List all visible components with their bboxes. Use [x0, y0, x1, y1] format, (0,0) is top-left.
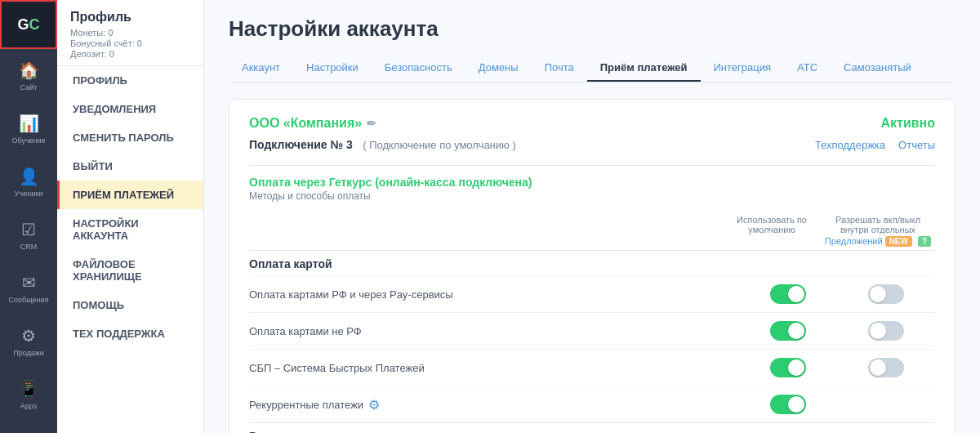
rf-cards-toggle2[interactable] — [868, 284, 904, 304]
sidebar-item-apps[interactable]: 📱 Apps — [0, 368, 57, 421]
status-badge: Активно — [880, 116, 935, 131]
chart-icon: 📊 — [19, 114, 39, 133]
category-installment: Рассрочки и кредиты — [249, 422, 935, 433]
tab-ats[interactable]: АТС — [784, 55, 831, 82]
connection-info: Подключение № 3 ( Подключение по умолчан… — [249, 137, 516, 152]
non-rf-cards-toggle2[interactable] — [868, 321, 904, 341]
tab-settings[interactable]: Настройки — [293, 55, 372, 82]
recurrent-gear-icon[interactable]: ⚙ — [368, 397, 380, 413]
stat-bonus: Бонусный счёт: 0 — [70, 38, 190, 48]
sbp-toggle1[interactable] — [770, 358, 806, 377]
non-rf-cards-toggles — [739, 321, 935, 341]
main-content: Настройки аккаунта Аккаунт Настройки Без… — [204, 0, 980, 433]
category-card: Оплата картой — [249, 250, 935, 275]
payment-row-recurrent: Рекуррентные платежи ⚙ — [249, 386, 935, 422]
menu-item-help[interactable]: ПОМОЩЬ — [57, 291, 203, 319]
user-icon: 👤 — [19, 167, 39, 186]
check-icon: ☑ — [21, 220, 36, 239]
tab-integration[interactable]: Интеграция — [701, 55, 785, 82]
menu-item-tech-support[interactable]: ТЕХ ПОДДЕРЖКА — [57, 319, 203, 348]
payment-row-rf-cards: Оплата картами РФ и через Pay-сервисы — [249, 275, 935, 312]
menu-item-profile[interactable]: ПРОФИЛЬ — [57, 66, 203, 95]
apps-icon: 📱 — [19, 379, 39, 399]
content-area: ООО «Компания» ✏ Активно Подключение № 3… — [204, 99, 980, 433]
page-title: Настройки аккаунта — [229, 16, 956, 42]
tab-domains[interactable]: Домены — [466, 55, 532, 82]
col-header-default: Использовать по умолчанию — [723, 215, 821, 247]
non-rf-cards-toggle1[interactable] — [770, 321, 806, 341]
sidebar-item-students[interactable]: 👤 Ученики — [0, 155, 57, 208]
rf-cards-toggle1[interactable] — [770, 284, 806, 304]
connection-row: Подключение № 3 ( Подключение по умолчан… — [249, 137, 935, 152]
dropdown-panel: Профиль Монеты: 0 Бонусный счёт: 0 Депоз… — [57, 0, 204, 433]
gear-icon: ⚙ — [21, 326, 36, 346]
sidebar-item-site[interactable]: 🏠 Сайт — [0, 49, 57, 102]
sidebar-item-learning[interactable]: 📊 Обучение — [0, 102, 57, 155]
card-header: ООО «Компания» ✏ Активно — [249, 116, 935, 131]
stat-deposit: Депозит: 0 — [70, 49, 190, 59]
menu-item-payments[interactable]: ПРИЁМ ПЛАТЕЖЕЙ — [57, 181, 203, 209]
divider — [249, 165, 935, 166]
column-headers: Использовать по умолчанию Разрешать вкл/… — [249, 215, 935, 247]
recurrent-label: Рекуррентные платежи ⚙ — [249, 397, 380, 413]
sidebar-item-messages[interactable]: ✉ Сообщения — [0, 261, 57, 315]
dropdown-stats: Монеты: 0 Бонусный счёт: 0 Депозит: 0 — [70, 28, 190, 59]
sbp-toggles — [739, 358, 935, 377]
payment-row-non-rf-cards: Оплата картами не РФ — [249, 312, 935, 349]
page-header: Настройки аккаунта Аккаунт Настройки Без… — [204, 0, 980, 83]
payment-section-subtitle: Методы и способы оплаты — [249, 190, 935, 202]
home-icon: 🏠 — [19, 60, 39, 80]
menu-item-notifications[interactable]: УВЕДОМЛЕНИЯ — [57, 95, 203, 123]
dropdown-header: Профиль Монеты: 0 Бонусный счёт: 0 Депоз… — [57, 0, 203, 66]
menu-item-file-storage[interactable]: ФАЙЛОВОЕ ХРАНИЛИЩЕ — [57, 250, 203, 291]
tab-self-employed[interactable]: Самозанятый — [831, 55, 924, 82]
sidebar: GC 🏠 Сайт 📊 Обучение 👤 Ученики ☑ CRM ✉ С… — [0, 0, 57, 433]
dropdown-title: Профиль — [70, 10, 190, 25]
offers-link[interactable]: Предложений — [825, 236, 883, 246]
logo[interactable]: GC — [0, 0, 57, 49]
sidebar-item-crm[interactable]: ☑ CRM — [0, 208, 57, 261]
non-rf-cards-label: Оплата картами не РФ — [249, 325, 362, 337]
reports-link[interactable]: Отчеты — [898, 139, 935, 151]
sbp-toggle2[interactable] — [868, 358, 904, 377]
payment-section-title: Оплата через Геткурс (онлайн-касса подкл… — [249, 176, 935, 189]
rf-cards-toggles — [739, 284, 935, 304]
tabs: Аккаунт Настройки Безопасность Домены По… — [229, 55, 956, 83]
recurrent-toggles — [739, 395, 935, 414]
payment-row-sbp: СБП – Система Быстрых Платежей — [249, 349, 935, 386]
recurrent-toggle1[interactable] — [770, 395, 806, 414]
tab-mail[interactable]: Почта — [532, 55, 587, 82]
company-name: ООО «Компания» ✏ — [249, 116, 376, 131]
tab-payments[interactable]: Приём платежей — [587, 55, 701, 82]
logo-text: GC — [17, 16, 39, 33]
menu-item-change-password[interactable]: СМЕНИТЬ ПАРОЛЬ — [57, 123, 203, 152]
envelope-icon: ✉ — [22, 273, 36, 292]
stat-coins: Монеты: 0 — [70, 28, 190, 38]
sbp-label: СБП – Система Быстрых Платежей — [249, 362, 425, 374]
menu-item-account-settings[interactable]: НАСТРОЙКИ АККАУНТА — [57, 209, 203, 250]
edit-icon[interactable]: ✏ — [367, 117, 376, 130]
new-badge: NEW — [885, 236, 912, 247]
col-header-allow: Разрешать вкл/выкл внутри отдельных Пред… — [821, 215, 935, 247]
sidebar-item-sales[interactable]: ⚙ Продажи — [0, 315, 57, 368]
payment-card: ООО «Компания» ✏ Активно Подключение № 3… — [229, 99, 956, 433]
tech-support-link[interactable]: Техподдержка — [815, 139, 885, 151]
question-badge[interactable]: ? — [918, 236, 931, 247]
tab-account[interactable]: Аккаунт — [229, 55, 293, 82]
tab-security[interactable]: Безопасность — [372, 55, 466, 82]
connection-links: Техподдержка Отчеты — [815, 139, 935, 151]
rf-cards-label: Оплата картами РФ и через Pay-сервисы — [249, 288, 453, 301]
menu-item-logout[interactable]: ВЫЙТИ — [57, 152, 203, 181]
